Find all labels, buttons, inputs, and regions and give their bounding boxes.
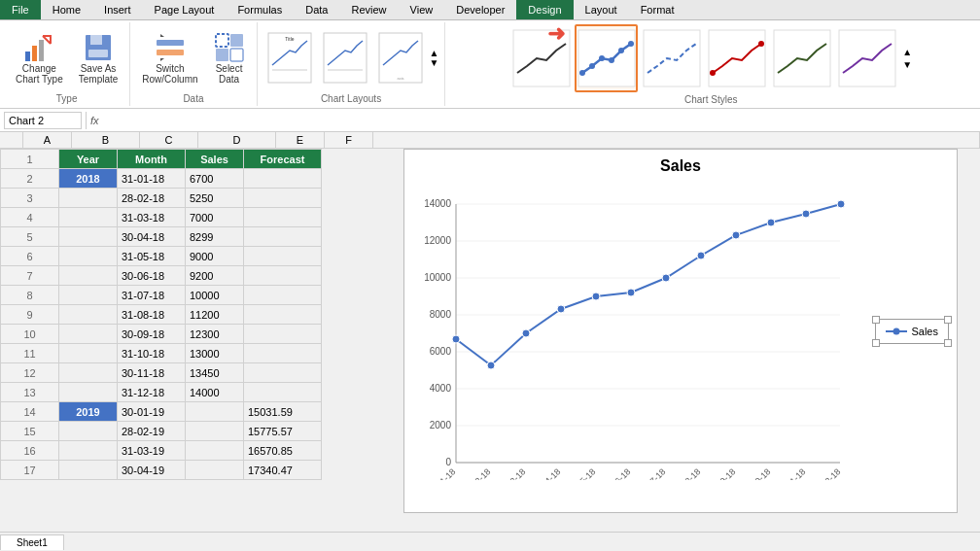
- cell-b4[interactable]: 31-03-18: [118, 208, 186, 227]
- tab-design[interactable]: Design: [516, 0, 573, 19]
- tab-insert[interactable]: Insert: [92, 0, 143, 19]
- cell-d3[interactable]: [244, 189, 322, 208]
- cell-b14[interactable]: 30-01-19: [118, 402, 186, 422]
- cell-c15[interactable]: [186, 422, 244, 441]
- cell-c6[interactable]: 9000: [186, 247, 244, 266]
- col-header-c[interactable]: C: [140, 132, 198, 148]
- cell-c9[interactable]: 11200: [186, 305, 244, 325]
- col-header-e[interactable]: E: [276, 132, 325, 148]
- cell-c1[interactable]: Sales: [186, 150, 244, 169]
- cell-d7[interactable]: [244, 266, 322, 286]
- cell-d17[interactable]: 17340.47: [244, 461, 322, 480]
- cell-c8[interactable]: 10000: [186, 286, 244, 305]
- cell-c7[interactable]: 9200: [186, 266, 244, 286]
- cell-a6[interactable]: [59, 247, 118, 266]
- save-as-template-button[interactable]: Save AsTemplate: [73, 30, 124, 86]
- cell-b1[interactable]: Month: [118, 150, 186, 169]
- tab-layout[interactable]: Layout: [574, 0, 629, 19]
- cell-d10[interactable]: [244, 325, 322, 344]
- tab-formulas[interactable]: Formulas: [226, 0, 294, 19]
- cell-d4[interactable]: [244, 208, 322, 227]
- cell-a12[interactable]: [59, 363, 118, 383]
- select-data-button[interactable]: SelectData: [208, 30, 251, 86]
- cell-c13[interactable]: 14000: [186, 383, 244, 402]
- cell-a4[interactable]: [59, 208, 118, 227]
- tab-data[interactable]: Data: [294, 0, 339, 19]
- tab-view[interactable]: View: [399, 0, 445, 19]
- cell-reference[interactable]: [4, 112, 82, 129]
- chart-style-5[interactable]: [770, 24, 833, 92]
- cell-d2[interactable]: [244, 169, 322, 189]
- cell-c12[interactable]: 13450: [186, 363, 244, 383]
- chart-style-2[interactable]: ➜: [575, 24, 638, 92]
- cell-b11[interactable]: 31-10-18: [118, 344, 186, 363]
- tab-review[interactable]: Review: [339, 0, 398, 19]
- chart-layout-2[interactable]: [319, 26, 372, 89]
- cell-a8[interactable]: [59, 286, 118, 305]
- cell-c14[interactable]: [186, 402, 244, 422]
- cell-a11[interactable]: [59, 344, 118, 363]
- cell-a7[interactable]: [59, 266, 118, 286]
- cell-b15[interactable]: 28-02-19: [118, 422, 186, 441]
- chart-style-3[interactable]: [640, 24, 703, 92]
- cell-d15[interactable]: 15775.57: [244, 422, 322, 441]
- cell-b12[interactable]: 30-11-18: [118, 363, 186, 383]
- cell-a15[interactable]: [59, 422, 118, 441]
- formula-input[interactable]: [103, 112, 976, 129]
- cell-c3[interactable]: 5250: [186, 189, 244, 208]
- cell-d6[interactable]: [244, 247, 322, 266]
- cell-a17[interactable]: [59, 461, 118, 480]
- chart-style-6[interactable]: [835, 24, 898, 92]
- cell-d8[interactable]: [244, 286, 322, 305]
- chart-layout-3[interactable]: axis: [374, 26, 428, 89]
- change-chart-type-button[interactable]: ChangeChart Type: [10, 30, 69, 86]
- cell-b2[interactable]: 31-01-18: [118, 169, 186, 189]
- cell-b3[interactable]: 28-02-18: [118, 189, 186, 208]
- cell-a10[interactable]: [59, 325, 118, 344]
- cell-c17[interactable]: [186, 461, 244, 480]
- cell-b10[interactable]: 30-09-18: [118, 325, 186, 344]
- cell-c2[interactable]: 6700: [186, 169, 244, 189]
- tab-home[interactable]: Home: [41, 0, 92, 19]
- cell-d14[interactable]: 15031.59: [244, 402, 322, 422]
- cell-c5[interactable]: 8299: [186, 227, 244, 247]
- cell-a13[interactable]: [59, 383, 118, 402]
- cell-d9[interactable]: [244, 305, 322, 325]
- sheet-tab-1[interactable]: Sheet1: [0, 534, 64, 550]
- cell-a9[interactable]: [59, 305, 118, 325]
- cell-c11[interactable]: 13000: [186, 344, 244, 363]
- tab-page-layout[interactable]: Page Layout: [143, 0, 227, 19]
- cell-d13[interactable]: [244, 383, 322, 402]
- col-header-d[interactable]: D: [198, 132, 276, 148]
- cell-c4[interactable]: 7000: [186, 208, 244, 227]
- cell-d1[interactable]: Forecast: [244, 150, 322, 169]
- cell-d5[interactable]: [244, 227, 322, 247]
- chart-layout-1[interactable]: Title: [263, 26, 317, 89]
- cell-b5[interactable]: 30-04-18: [118, 227, 186, 247]
- tab-developer[interactable]: Developer: [444, 0, 516, 19]
- cell-b8[interactable]: 31-07-18: [118, 286, 186, 305]
- chart-style-4[interactable]: [705, 24, 768, 92]
- cell-b7[interactable]: 30-06-18: [118, 266, 186, 286]
- col-header-b[interactable]: B: [72, 132, 140, 148]
- cell-c10[interactable]: 12300: [186, 325, 244, 344]
- cell-b17[interactable]: 30-04-19: [118, 461, 186, 480]
- cell-a14[interactable]: 2019: [59, 402, 118, 422]
- chart-container[interactable]: Sales 0 2000 4000 6000 8000 10000 12000 …: [403, 149, 958, 513]
- cell-a16[interactable]: [59, 441, 118, 461]
- cell-a5[interactable]: [59, 227, 118, 247]
- cell-d12[interactable]: [244, 363, 322, 383]
- cell-b16[interactable]: 31-03-19: [118, 441, 186, 461]
- cell-b13[interactable]: 31-12-18: [118, 383, 186, 402]
- col-header-a[interactable]: A: [23, 132, 72, 148]
- cell-b9[interactable]: 31-08-18: [118, 305, 186, 325]
- cell-a3[interactable]: [59, 189, 118, 208]
- cell-d16[interactable]: 16570.85: [244, 441, 322, 461]
- cell-a2[interactable]: 2018: [59, 169, 118, 189]
- switch-row-column-button[interactable]: SwitchRow/Column: [136, 30, 203, 86]
- tab-file[interactable]: File: [0, 0, 41, 19]
- cell-b6[interactable]: 31-05-18: [118, 247, 186, 266]
- tab-format[interactable]: Format: [629, 0, 686, 19]
- cell-a1[interactable]: Year: [59, 150, 118, 169]
- cell-d11[interactable]: [244, 344, 322, 363]
